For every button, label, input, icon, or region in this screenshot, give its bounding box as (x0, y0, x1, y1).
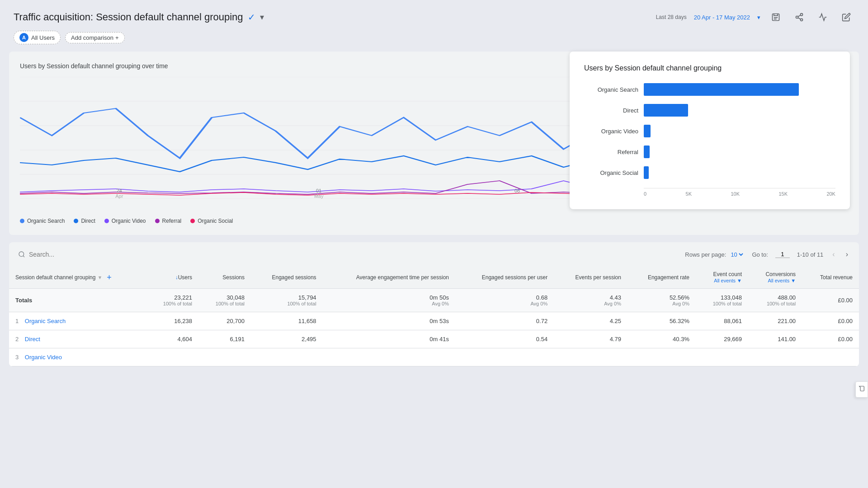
bar-track-organic-video (644, 125, 835, 137)
page-title: Traffic acquisition: Session default cha… (14, 11, 243, 23)
all-users-chip[interactable]: A All Users (14, 31, 61, 44)
col-header-engagement-rate[interactable]: Engagement rate (627, 267, 696, 289)
row-engaged-sessions-2: 2,495 (251, 330, 323, 348)
add-comparison-label: Add comparison (71, 34, 113, 41)
legend-dot-organic-video (104, 219, 109, 223)
row-revenue-2: £0.00 (802, 330, 859, 348)
table-row: 3 Organic Video (9, 348, 859, 366)
save-view-button[interactable] (768, 9, 784, 25)
row-engagement-rate-3 (627, 348, 696, 366)
row-events-per-session-3 (554, 348, 627, 366)
col-header-revenue[interactable]: Total revenue (802, 267, 859, 289)
row-channel-1[interactable]: Organic Search (25, 318, 66, 324)
col-header-engaged-per-user[interactable]: Engaged sessions per user (455, 267, 554, 289)
legend-organic-social[interactable]: Organic Social (190, 218, 233, 224)
row-users-1: 16,238 (146, 312, 198, 330)
col-filter-channel[interactable]: Session default channel grouping ▼ + (15, 273, 140, 282)
date-label: Last 28 days (656, 14, 687, 20)
chart-legend: Organic Search Direct Organic Video Refe… (20, 218, 848, 224)
row-engaged-per-user-3 (455, 348, 554, 366)
title-dropdown-icon[interactable]: ▾ (260, 12, 264, 22)
date-dropdown-icon[interactable]: ▾ (757, 14, 760, 21)
share-button[interactable] (791, 9, 807, 25)
row-event-count-3 (696, 348, 748, 366)
bar-fill-direct (644, 104, 688, 117)
totals-row: Totals 23,221 100% of total 30,048 100% … (9, 289, 859, 312)
row-avg-engagement-2: 0m 41s (323, 330, 455, 348)
rows-per-page: Rows per page: 10 25 50 (685, 251, 745, 258)
bar-fill-referral (644, 145, 650, 158)
compare-button[interactable] (815, 9, 831, 25)
col-header-event-count[interactable]: Event count All events ▼ (696, 267, 748, 289)
row-conversions-3 (748, 348, 802, 366)
pagination-controls: Rows per page: 10 25 50 Go to: 1-10 of 1… (685, 249, 850, 260)
bar-row-referral: Referral (584, 145, 835, 158)
svg-point-10 (19, 252, 24, 257)
row-engaged-sessions-3 (251, 348, 323, 366)
row-event-count-2: 29,669 (696, 330, 748, 348)
totals-engagement-rate: 52.56% Avg 0% (627, 289, 696, 312)
avatar: A (19, 33, 28, 42)
table-row: 2 Direct 4,604 6,191 2,495 0m 41s 0.54 4… (9, 330, 859, 348)
legend-direct[interactable]: Direct (74, 218, 95, 224)
filter-dropdown-icon[interactable]: ▼ (97, 275, 102, 280)
add-column-button[interactable]: + (107, 273, 112, 282)
legend-organic-video[interactable]: Organic Video (104, 218, 146, 224)
bar-label-organic-search: Organic Search (584, 86, 638, 93)
col-header-users[interactable]: ↓Users (146, 267, 198, 289)
bar-row-organic-search: Organic Search (584, 83, 835, 96)
bar-track-organic-social (644, 166, 835, 179)
totals-engaged-per-user: 0.68 Avg 0% (455, 289, 554, 312)
rows-per-page-select[interactable]: 10 25 50 (729, 251, 745, 258)
search-input[interactable] (29, 251, 119, 258)
date-value[interactable]: 20 Apr - 17 May 2022 (694, 14, 750, 21)
bar-track-direct (644, 104, 835, 117)
svg-point-2 (796, 16, 798, 19)
bar-fill-organic-social (644, 166, 649, 179)
page-range: 1-10 of 11 (797, 251, 824, 258)
svg-point-3 (801, 19, 803, 21)
row-conversions-2: 141.00 (748, 330, 802, 348)
totals-sessions: 30,048 100% of total (198, 289, 251, 312)
row-sessions-2: 6,191 (198, 330, 251, 348)
bar-chart-rows: Organic Search Direct Organic Video (584, 83, 835, 179)
bar-row-direct: Direct (584, 104, 835, 117)
add-comparison-button[interactable]: Add comparison + (65, 32, 125, 43)
col-header-engaged-sessions[interactable]: Engaged sessions (251, 267, 323, 289)
svg-point-1 (801, 14, 803, 16)
legend-referral[interactable]: Referral (155, 218, 182, 224)
prev-page-button[interactable]: ‹ (830, 249, 836, 260)
totals-avg-engagement: 0m 50s Avg 0% (323, 289, 455, 312)
goto-input[interactable] (775, 251, 790, 258)
row-events-per-session-2: 4.79 (554, 330, 627, 348)
bar-label-direct: Direct (584, 107, 638, 114)
bar-x-axis: 0 5K 10K 15K 20K (644, 188, 835, 197)
totals-users: 23,221 100% of total (146, 289, 198, 312)
event-count-filter[interactable]: All events ▼ (714, 278, 742, 283)
legend-dot-referral (155, 219, 160, 223)
row-event-count-1: 88,061 (696, 312, 748, 330)
col-header-avg-engagement[interactable]: Average engagement time per session (323, 267, 455, 289)
row-engagement-rate-2: 40.3% (627, 330, 696, 348)
row-events-per-session-1: 4.25 (554, 312, 627, 330)
edit-button[interactable] (838, 9, 854, 25)
check-icon: ✓ (248, 12, 255, 23)
row-channel-3[interactable]: Organic Video (25, 354, 62, 361)
conversions-filter[interactable]: All events ▼ (768, 278, 796, 283)
row-engaged-per-user-1: 0.72 (455, 312, 554, 330)
table-toolbar: Rows per page: 10 25 50 Go to: 1-10 of 1… (9, 242, 859, 267)
legend-dot-organic-social (190, 219, 195, 223)
col-header-conversions[interactable]: Conversions All events ▼ (748, 267, 802, 289)
legend-organic-search[interactable]: Organic Search (20, 218, 65, 224)
goto-label: Go to: (752, 251, 768, 258)
bar-track-organic-search (644, 83, 835, 96)
feedback-button[interactable] (855, 381, 868, 398)
bar-chart-card: Users by Session default channel groupin… (570, 52, 850, 209)
search-icon (18, 251, 25, 258)
next-page-button[interactable]: › (844, 249, 850, 260)
row-channel-2[interactable]: Direct (25, 336, 40, 343)
col-header-events-per-session[interactable]: Events per session (554, 267, 627, 289)
bar-row-organic-social: Organic Social (584, 166, 835, 179)
bar-chart-title: Users by Session default channel groupin… (584, 64, 835, 72)
col-header-sessions[interactable]: Sessions (198, 267, 251, 289)
